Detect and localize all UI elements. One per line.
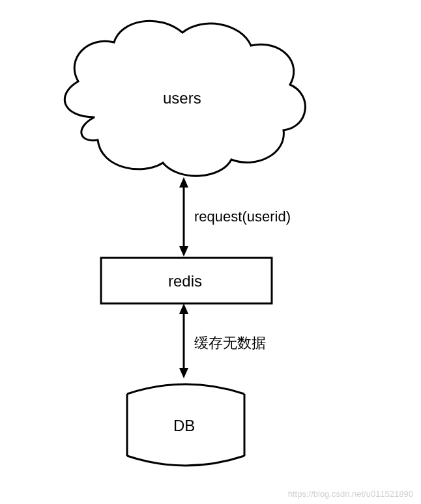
cloud-node: [65, 21, 305, 176]
svg-marker-6: [179, 368, 188, 378]
svg-rect-3: [101, 258, 272, 303]
rectangle-node: [101, 258, 272, 303]
architecture-diagram: users request(userid) redis 缓存无数据 DB htt…: [0, 0, 421, 504]
arrow-redis-db: [179, 303, 188, 378]
database-node: [127, 384, 244, 466]
svg-marker-5: [179, 303, 188, 314]
svg-marker-1: [179, 177, 188, 188]
arrow-users-redis: [179, 177, 188, 257]
diagram-svg: [0, 0, 421, 504]
svg-marker-2: [179, 246, 188, 257]
